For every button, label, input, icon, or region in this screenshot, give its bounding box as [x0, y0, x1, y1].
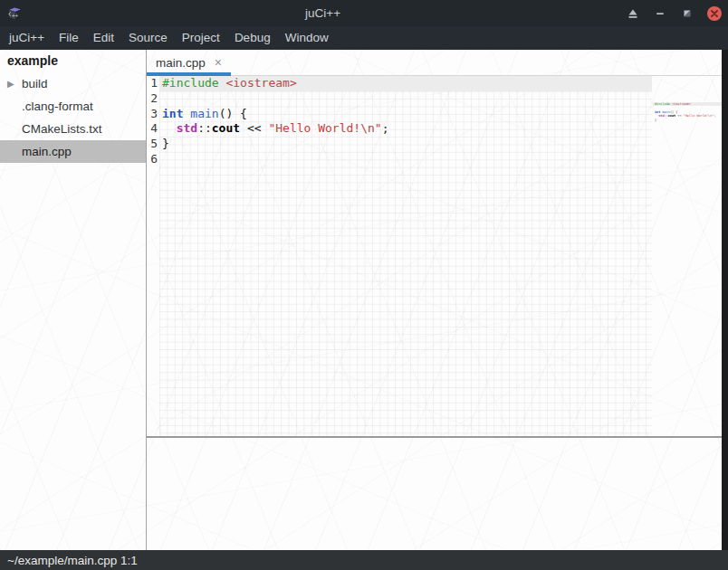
maximize-icon[interactable] — [674, 0, 701, 26]
line-number-gutter: 123456 — [147, 76, 159, 436]
code-line[interactable] — [159, 152, 652, 167]
code-line[interactable] — [159, 91, 652, 107]
minimize-icon[interactable] — [647, 0, 674, 26]
app-logo-icon: ++ — [6, 5, 23, 22]
window-controls — [619, 0, 728, 26]
window-title: juCi++ — [305, 0, 340, 26]
line-number: 3 — [147, 107, 158, 122]
code-line[interactable]: #include <iostream> — [159, 76, 652, 91]
titlebar: ++ juCi++ — [0, 0, 728, 26]
minimap[interactable]: #include <iostream> int main() { std::co… — [653, 102, 722, 462]
scrollbar[interactable] — [722, 50, 728, 550]
minimap-line — [653, 122, 722, 126]
svg-text:++: ++ — [12, 12, 19, 18]
tree-item--clang-format[interactable]: .clang-format — [0, 95, 146, 118]
code-line[interactable]: std::cout << "Hello World!\n"; — [159, 121, 652, 137]
tree-item-cmakelists-txt[interactable]: CMakeLists.txt — [0, 118, 146, 140]
tree-item-build[interactable]: ▶build — [0, 72, 146, 95]
menu-edit[interactable]: Edit — [86, 26, 121, 50]
line-number: 5 — [147, 137, 158, 152]
minimap-line: std::cout << "Hello World!\n"; — [653, 114, 722, 118]
menu-project[interactable]: Project — [175, 26, 227, 50]
line-number: 4 — [147, 121, 158, 137]
menubar: juCi++FileEditSourceProjectDebugWindow — [0, 26, 728, 50]
tree-item-label: main.cpp — [22, 145, 72, 158]
menu-source[interactable]: Source — [121, 26, 175, 50]
status-file-position: ~/example/main.cpp 1:1 — [7, 554, 138, 567]
code-line[interactable]: } — [159, 137, 652, 152]
statusbar: ~/example/main.cpp 1:1 — [0, 550, 728, 570]
tab-close-icon[interactable]: × — [215, 56, 222, 69]
tab-label: main.cpp — [156, 56, 206, 70]
project-root-label: example — [0, 50, 146, 72]
file-tree-sidebar: example ▶build.clang-formatCMakeLists.tx… — [0, 50, 147, 550]
menu-file[interactable]: File — [52, 26, 86, 50]
tree-item-label: build — [22, 77, 48, 90]
tree-item-main-cpp[interactable]: main.cpp — [0, 140, 146, 163]
editor-column: main.cpp × 123456 #include <iostream> in… — [147, 50, 728, 550]
tree-item-label: .clang-format — [22, 100, 93, 113]
menu-window[interactable]: Window — [278, 26, 336, 50]
tab-bar: main.cpp × — [147, 50, 728, 76]
expander-icon[interactable]: ▶ — [7, 72, 18, 95]
line-number: 2 — [147, 91, 158, 107]
menu-juci[interactable]: juCi++ — [2, 26, 52, 50]
tree-item-label: CMakeLists.txt — [22, 122, 102, 136]
terminal-pane[interactable] — [147, 438, 728, 550]
tab-main-cpp[interactable]: main.cpp × — [147, 50, 231, 75]
menu-debug[interactable]: Debug — [227, 26, 278, 50]
code-line[interactable]: int main() { — [159, 107, 652, 122]
shade-icon[interactable] — [619, 0, 647, 26]
juci-window: ++ juCi++ juCi++FileEditSourceProjectDeb… — [0, 0, 728, 570]
line-number: 6 — [147, 152, 158, 167]
line-number: 1 — [147, 76, 158, 91]
main-area: example ▶build.clang-formatCMakeLists.tx… — [0, 50, 728, 550]
code-text-area[interactable]: #include <iostream> int main() { std::co… — [159, 76, 652, 436]
code-editor[interactable]: 123456 #include <iostream> int main() { … — [147, 76, 728, 436]
close-icon[interactable] — [701, 0, 728, 26]
